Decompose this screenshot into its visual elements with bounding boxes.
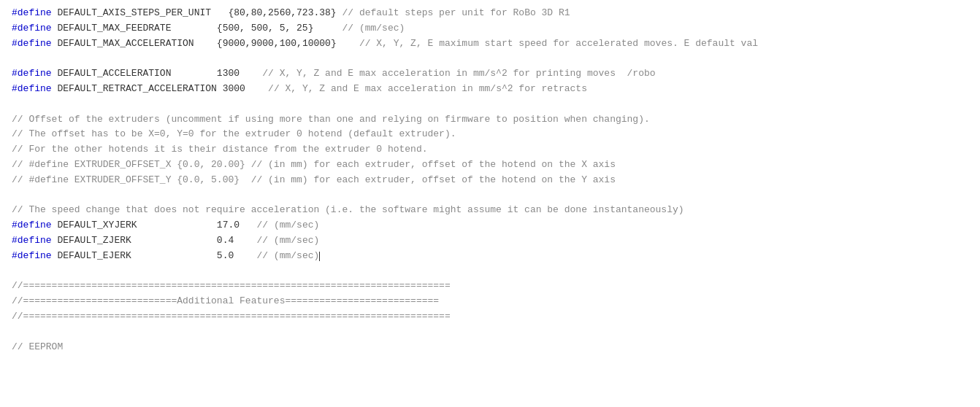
comment-text: // EEPROM xyxy=(12,341,63,352)
code-line: // The offset has to be X=0, Y=0 for the… xyxy=(12,127,968,142)
code-line: // For the other hotends it is their dis… xyxy=(12,142,968,158)
code-line: //======================================… xyxy=(12,279,968,294)
empty-line xyxy=(12,188,968,204)
code-line: #define DEFAULT_MAX_FEEDRATE {500, 500, … xyxy=(12,21,968,36)
inline-comment: // (mm/sec) xyxy=(313,23,405,34)
define-name: DEFAULT_RETRACT_ACCELERATION xyxy=(52,83,217,94)
define-value: 3000 xyxy=(217,83,245,94)
comment-text: // #define EXTRUDER_OFFSET_Y {0.0, 5.00}… xyxy=(12,174,616,185)
code-editor: #define DEFAULT_AXIS_STEPS_PER_UNIT {80,… xyxy=(0,0,980,407)
empty-line xyxy=(12,264,968,279)
code-line: // #define EXTRUDER_OFFSET_Y {0.0, 5.00}… xyxy=(12,173,968,188)
define-value: 0.4 xyxy=(131,235,234,246)
define-value: 1300 xyxy=(171,68,240,79)
empty-line xyxy=(12,325,968,340)
define-name: DEFAULT_MAX_FEEDRATE xyxy=(52,23,172,34)
keyword: #define xyxy=(12,220,52,230)
code-line: #define DEFAULT_MAX_ACCELERATION {9000,9… xyxy=(12,36,968,52)
code-line: // Offset of the extruders (uncomment if… xyxy=(12,112,968,128)
keyword: #define xyxy=(12,235,52,246)
define-name: DEFAULT_EJERK xyxy=(52,250,131,261)
define-value: {80,80,2560,723.38} xyxy=(211,7,337,18)
comment-text: // The offset has to be X=0, Y=0 for the… xyxy=(12,128,456,139)
inline-comment: // X, Y, Z and E max acceleration in mm/… xyxy=(240,68,656,79)
keyword: #define xyxy=(12,38,52,49)
code-line: #define DEFAULT_RETRACT_ACCELERATION 300… xyxy=(12,82,968,97)
define-name: DEFAULT_MAX_ACCELERATION xyxy=(52,38,194,49)
code-line: // #define EXTRUDER_OFFSET_X {0.0, 20.00… xyxy=(12,158,968,173)
text-cursor xyxy=(319,252,320,261)
comment-text: // The speed change that does not requir… xyxy=(12,204,684,215)
keyword: #define xyxy=(12,83,52,94)
inline-comment: // (mm/sec) xyxy=(234,235,319,246)
code-line: #define DEFAULT_EJERK 5.0 // (mm/sec) xyxy=(12,249,968,264)
keyword: #define xyxy=(12,7,52,18)
keyword: #define xyxy=(12,23,52,34)
comment-text: //======================================… xyxy=(12,280,451,291)
code-line: #define DEFAULT_XYJERK 17.0 // (mm/sec) xyxy=(12,218,968,233)
define-value: {500, 500, 5, 25} xyxy=(171,23,313,34)
comment-text: // Offset of the extruders (uncomment if… xyxy=(12,114,650,125)
define-value: {9000,9000,100,10000} xyxy=(194,38,337,49)
define-name: DEFAULT_ZJERK xyxy=(52,235,131,246)
comment-text: //======================================… xyxy=(12,311,451,322)
define-name: DEFAULT_ACCELERATION xyxy=(52,68,172,79)
inline-comment: // (mm/sec) xyxy=(234,250,319,261)
keyword: #define xyxy=(12,250,52,261)
define-value: 17.0 xyxy=(137,220,240,230)
code-line: //======================================… xyxy=(12,309,968,325)
inline-comment: // default steps per unit for RoBo 3D R1 xyxy=(337,7,570,18)
define-name: DEFAULT_XYJERK xyxy=(52,220,137,230)
inline-comment: // X, Y, Z, E maximum start speed for ac… xyxy=(337,38,758,49)
empty-line xyxy=(12,51,968,66)
keyword: #define xyxy=(12,68,52,79)
code-line: #define DEFAULT_ZJERK 0.4 // (mm/sec) xyxy=(12,233,968,249)
comment-text: //===========================Additional … xyxy=(12,295,439,306)
define-name: DEFAULT_AXIS_STEPS_PER_UNIT xyxy=(52,7,211,18)
inline-comment: // (mm/sec) xyxy=(240,220,319,230)
define-value: 5.0 xyxy=(131,250,234,261)
empty-line xyxy=(12,97,968,112)
comment-text: // For the other hotends it is their dis… xyxy=(12,144,428,155)
code-line: #define DEFAULT_ACCELERATION 1300 // X, … xyxy=(12,66,968,82)
code-line: //===========================Additional … xyxy=(12,294,968,309)
code-line: #define DEFAULT_AXIS_STEPS_PER_UNIT {80,… xyxy=(12,6,968,21)
code-line: // EEPROM xyxy=(12,340,968,355)
comment-text: // #define EXTRUDER_OFFSET_X {0.0, 20.00… xyxy=(12,159,616,170)
inline-comment: // X, Y, Z and E max acceleration in mm/… xyxy=(245,83,587,94)
code-line: // The speed change that does not requir… xyxy=(12,203,968,218)
